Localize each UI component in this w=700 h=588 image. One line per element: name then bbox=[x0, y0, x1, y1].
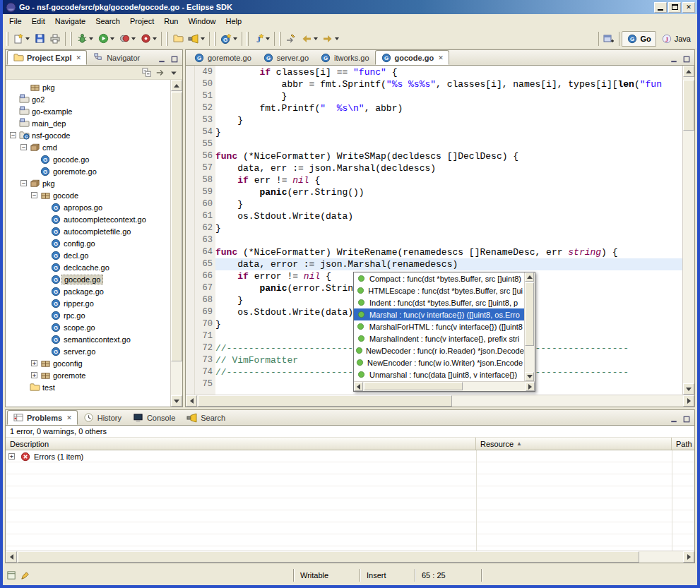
scroll-right-icon[interactable] bbox=[683, 395, 694, 407]
title-bar[interactable]: Go - nsf-gocode/src/pkg/gocode/gocode.go… bbox=[3, 0, 697, 14]
fast-view-icon[interactable] bbox=[6, 570, 17, 581]
collapse-icon[interactable]: − bbox=[20, 180, 27, 186]
scroll-down-icon[interactable] bbox=[171, 395, 182, 407]
tree-item-pkg[interactable]: pkg bbox=[6, 81, 170, 93]
scroll-left-icon[interactable] bbox=[6, 551, 17, 563]
menu-file[interactable]: File bbox=[4, 16, 27, 27]
tree-item-rpc-go[interactable]: Grpc.go bbox=[6, 309, 170, 321]
tree-item-pkg[interactable]: −pkg bbox=[6, 177, 170, 189]
explorer-vertical-scrollbar[interactable] bbox=[170, 80, 182, 407]
completion-item[interactable]: HTMLEscape : func(dst *bytes.Buffer, src… bbox=[354, 284, 524, 296]
popup-vertical-scrollbar[interactable] bbox=[524, 272, 535, 381]
search-button[interactable] bbox=[186, 30, 207, 47]
tree-item-main-dep[interactable]: main_dep bbox=[6, 117, 170, 129]
minimize-view-icon[interactable] bbox=[668, 414, 680, 425]
toolbar-handle[interactable] bbox=[6, 32, 8, 46]
tree-item-nsf-gocode[interactable]: −Gnsf-gocode bbox=[6, 129, 170, 141]
completion-item[interactable]: NewEncoder : func(w io.Writer) *json.Enc… bbox=[354, 356, 524, 368]
tab-problems[interactable]: Problems✕ bbox=[7, 410, 78, 425]
forward-button[interactable] bbox=[320, 30, 341, 47]
menu-run[interactable]: Run bbox=[159, 16, 183, 27]
problems-row[interactable]: +Errors (1 item) bbox=[6, 450, 694, 462]
tree-item-apropos-go[interactable]: Gapropos.go bbox=[6, 201, 170, 213]
tree-item-config-go[interactable]: Gconfig.go bbox=[6, 237, 170, 249]
tree-item-scope-go[interactable]: Gscope.go bbox=[6, 321, 170, 333]
dropdown-arrow-icon[interactable] bbox=[335, 37, 339, 40]
collapse-icon[interactable]: − bbox=[20, 144, 27, 150]
collapse-icon[interactable]: − bbox=[10, 132, 16, 138]
minimize-button[interactable] bbox=[654, 2, 667, 13]
toolbar-handle[interactable] bbox=[166, 32, 168, 46]
editor-tab-goremote-go[interactable]: Ggoremote.go bbox=[188, 50, 257, 65]
toolbar-handle[interactable] bbox=[214, 32, 216, 46]
editor-tab-server-go[interactable]: Gserver.go bbox=[257, 50, 314, 65]
completion-item[interactable]: Unmarshal : func(data []uint8, v interfa… bbox=[354, 368, 524, 380]
tree-item-goremote-go[interactable]: Ggoremote.go bbox=[6, 165, 170, 177]
scroll-up-icon[interactable] bbox=[171, 80, 182, 91]
popup-horizontal-scrollbar[interactable] bbox=[354, 381, 535, 391]
collapse-all-icon[interactable] bbox=[141, 67, 153, 78]
scroll-left-icon[interactable] bbox=[186, 395, 197, 407]
menu-window[interactable]: Window bbox=[183, 16, 220, 27]
completion-item[interactable]: NewDecoder : func(r io.Reader) *json.Dec… bbox=[354, 344, 524, 356]
tree-item-semanticcontext-go[interactable]: Gsemanticcontext.go bbox=[6, 333, 170, 345]
dropdown-arrow-icon[interactable] bbox=[233, 37, 237, 40]
editor-tab-gocode-go[interactable]: Ggocode.go✕ bbox=[375, 50, 449, 65]
tree-item-gocode-go[interactable]: Ggocode.go bbox=[6, 273, 170, 285]
tree-item-autocompletecontext-go[interactable]: Gautocompletecontext.go bbox=[6, 213, 170, 225]
column-header-resource[interactable]: Resource▲ bbox=[476, 438, 672, 450]
minimize-view-icon[interactable] bbox=[668, 54, 680, 65]
tab-console[interactable]: Console bbox=[127, 410, 181, 425]
tree-item-go-example[interactable]: go-example bbox=[6, 105, 170, 117]
expand-icon[interactable]: + bbox=[31, 360, 37, 366]
last-edit-location-button[interactable] bbox=[283, 30, 299, 47]
maximize-view-icon[interactable] bbox=[681, 54, 692, 65]
open-external-file-button[interactable] bbox=[170, 30, 186, 47]
debug-button[interactable] bbox=[74, 30, 95, 47]
dropdown-arrow-icon[interactable] bbox=[266, 37, 270, 40]
toolbar-handle[interactable] bbox=[70, 32, 72, 46]
dropdown-arrow-icon[interactable] bbox=[131, 37, 136, 40]
close-button[interactable]: ✕ bbox=[682, 2, 695, 13]
scroll-down-icon[interactable] bbox=[683, 383, 694, 395]
scroll-up-icon[interactable] bbox=[683, 66, 694, 77]
maximize-view-icon[interactable] bbox=[681, 414, 692, 425]
tree-item-test[interactable]: test bbox=[6, 381, 170, 393]
menu-navigate[interactable]: Navigate bbox=[50, 16, 90, 27]
scroll-left-icon[interactable] bbox=[354, 382, 363, 391]
tree-item-go2[interactable]: go2 bbox=[6, 93, 170, 105]
tree-item-gocode[interactable]: −gocode bbox=[6, 189, 170, 201]
save-button[interactable] bbox=[32, 30, 47, 47]
menu-project[interactable]: Project bbox=[125, 16, 159, 27]
editor-vertical-scrollbar[interactable] bbox=[682, 66, 694, 395]
dropdown-arrow-icon[interactable] bbox=[25, 37, 30, 40]
scroll-up-icon[interactable] bbox=[525, 272, 534, 282]
dropdown-arrow-icon[interactable] bbox=[153, 37, 157, 40]
maximize-view-icon[interactable] bbox=[169, 54, 180, 65]
print-button[interactable] bbox=[47, 30, 63, 47]
tree-item-goremote[interactable]: +goremote bbox=[6, 369, 170, 381]
expand-icon[interactable]: + bbox=[8, 453, 15, 460]
completion-item[interactable]: MarshalIndent : func(v interface{}, pref… bbox=[354, 332, 524, 344]
tab-project-expl[interactable]: Project Expl✕ bbox=[7, 50, 87, 65]
toolbar-handle[interactable] bbox=[247, 32, 249, 46]
close-tab-icon[interactable]: ✕ bbox=[438, 54, 444, 61]
line-number-ruler[interactable]: 4950515253545556575859606162636465666768… bbox=[195, 66, 215, 395]
dropdown-arrow-icon[interactable] bbox=[110, 37, 114, 40]
collapse-icon[interactable]: − bbox=[31, 192, 37, 198]
completion-item[interactable]: MarshalForHTML : func(v interface{}) ([]… bbox=[354, 320, 524, 332]
tree-item-cmd[interactable]: −cmd bbox=[6, 141, 170, 153]
tab-history[interactable]: History bbox=[78, 410, 127, 425]
editor-horizontal-scrollbar[interactable] bbox=[186, 395, 694, 407]
close-tab-icon[interactable]: ✕ bbox=[66, 414, 72, 421]
maximize-button[interactable] bbox=[668, 2, 681, 13]
scroll-right-icon[interactable] bbox=[526, 382, 535, 391]
open-perspective-button[interactable] bbox=[601, 30, 617, 47]
editor-tab-itworks-go[interactable]: Gitworks.go bbox=[314, 50, 375, 65]
new-wizard-button[interactable] bbox=[11, 30, 32, 47]
problems-horizontal-scrollbar[interactable] bbox=[6, 551, 694, 563]
perspective-go-button[interactable]: GGo bbox=[622, 31, 655, 47]
completion-item[interactable]: Marshal : func(v interface{}) ([]uint8, … bbox=[354, 308, 524, 320]
scroll-down-icon[interactable] bbox=[525, 372, 534, 381]
coverage-button[interactable] bbox=[117, 30, 138, 47]
